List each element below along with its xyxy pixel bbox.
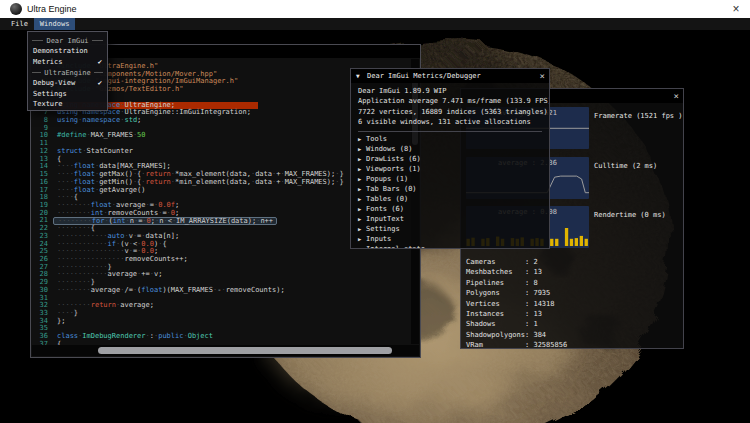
menu-item-texture[interactable]: Texture <box>28 99 107 110</box>
tree-node-label: DrawLists (6) <box>366 155 421 163</box>
metrics-close-icon[interactable]: × <box>540 69 545 83</box>
tree-node-label: Inputs <box>366 235 391 243</box>
tree-arrow-icon: ▶ <box>358 164 366 174</box>
menu-item-label: Debug-View <box>33 79 75 87</box>
stat-label: Polygons <box>466 288 525 298</box>
separator <box>358 131 542 132</box>
stat-vertices: Vertices: 14318 <box>466 299 567 309</box>
menu-item-demonstration[interactable]: Demonstration <box>28 46 107 57</box>
stat-value: : 8 <box>525 279 538 287</box>
tree-arrow-icon: ▶ <box>358 184 366 194</box>
tree-node-label: Viewports (1) <box>366 165 421 173</box>
metrics-tree: ▶Tools▶Windows (8)▶DrawLists (6)▶Viewpor… <box>358 134 549 249</box>
menu-separator: UltraEngine <box>28 67 107 78</box>
tree-node-popups-1-[interactable]: ▶Popups (1) <box>358 174 549 184</box>
tree-node-label: Internal state <box>366 245 425 249</box>
app-logo-icon <box>10 3 22 15</box>
separator-line <box>92 40 103 41</box>
metrics-window-title: Dear ImGui Metrics/Debugger <box>367 69 481 83</box>
tree-arrow-icon: ▶ <box>358 204 366 214</box>
stat-label: VRam <box>466 340 525 350</box>
menu-file[interactable]: File <box>5 18 34 30</box>
tree-node-label: Windows (8) <box>366 145 412 153</box>
stat-label: Pipelines <box>466 278 525 288</box>
plot-label: Culltime (2 ms) <box>594 162 657 170</box>
tree-node-label: Settings <box>366 225 400 233</box>
menu-item-debug-view[interactable]: Debug-View✔ <box>28 78 107 89</box>
stat-value: : 13 <box>525 310 542 318</box>
stat-value: : 32585856 <box>525 341 567 349</box>
checkmark-icon: ✔ <box>98 57 102 68</box>
stat-pipelines: Pipelines: 8 <box>466 278 567 288</box>
app-window: Ultra Engine × FileWindows Dear ImGuiDem… <box>0 0 750 423</box>
debug-view-close-icon[interactable]: × <box>674 89 679 103</box>
tree-node-fonts-6-[interactable]: ▶Fonts (6) <box>358 204 549 214</box>
menu-windows[interactable]: Windows <box>34 18 76 30</box>
tree-node-tables-0-[interactable]: ▶Tables (0) <box>358 194 549 204</box>
metrics-titlebar[interactable]: ▼ Dear ImGui Metrics/Debugger × <box>351 69 549 83</box>
tree-node-label: InputText <box>366 215 404 223</box>
separator-line <box>32 72 41 73</box>
tree-node-tab-bars-0-[interactable]: ▶Tab Bars (0) <box>358 184 549 194</box>
tree-arrow-icon: ▶ <box>358 174 366 184</box>
stat-label: Vertices <box>466 299 525 309</box>
menu-item-label: Texture <box>33 100 63 108</box>
menu-item-settings[interactable]: Settings <box>28 89 107 100</box>
tree-arrow-icon: ▶ <box>358 144 366 154</box>
checkmark-icon: ✔ <box>98 78 102 89</box>
tree-node-tools[interactable]: ▶Tools <box>358 134 549 144</box>
metrics-info-line: 6 visible windows, 131 active allocation… <box>358 117 549 127</box>
stat-value: : 7935 <box>525 289 550 297</box>
menu-item-label: Metrics <box>33 58 63 66</box>
stat-label: Shadows <box>466 319 525 329</box>
tree-node-windows-8-[interactable]: ▶Windows (8) <box>358 144 549 154</box>
metrics-window: ▼ Dear ImGui Metrics/Debugger × Dear ImG… <box>350 68 550 249</box>
metrics-info-line: 7722 vertices, 16889 indices (5363 trian… <box>358 107 549 117</box>
close-window-button[interactable]: × <box>727 0 745 18</box>
render-stats: Cameras: 2Meshbatches: 13Pipelines: 8Pol… <box>466 257 567 351</box>
tree-node-settings[interactable]: ▶Settings <box>358 224 549 234</box>
stat-value: : 2 <box>525 258 538 266</box>
editor-horizontal-scrollbar[interactable] <box>32 345 419 356</box>
tree-node-drawlists-6-[interactable]: ▶DrawLists (6) <box>358 154 549 164</box>
stat-label: Cameras <box>466 257 525 267</box>
os-titlebar[interactable]: Ultra Engine × <box>0 0 750 18</box>
tree-node-inputtext[interactable]: ▶InputText <box>358 214 549 224</box>
tree-arrow-icon: ▶ <box>358 154 366 164</box>
metrics-info-line: Dear ImGui 1.89.9 WIP <box>358 86 549 96</box>
tree-node-internal-state[interactable]: ▶Internal state <box>358 244 549 249</box>
separator-label: Dear ImGui <box>46 37 88 45</box>
horizontal-scrollbar-thumb[interactable] <box>98 347 392 354</box>
windows-menu-dropdown: Dear ImGuiDemonstrationMetrics✔UltraEngi… <box>27 31 108 111</box>
stat-label: Meshbatches <box>466 267 525 277</box>
separator-line <box>94 72 103 73</box>
tree-node-label: Tools <box>366 135 387 143</box>
stat-label: Shadowpolygons <box>466 330 525 340</box>
stat-value: : 13 <box>525 268 542 276</box>
separator-label: UltraEngine <box>44 69 90 77</box>
plot-label: Rendertime (0 ms) <box>594 211 666 219</box>
tree-arrow-icon: ▶ <box>358 244 366 249</box>
code-line: 32········return·average; <box>31 302 413 310</box>
stat-vram: VRam: 32585856 <box>466 340 567 350</box>
stat-meshbatches: Meshbatches: 13 <box>466 267 567 277</box>
tree-node-label: Tab Bars (0) <box>366 185 417 193</box>
tree-arrow-icon: ▶ <box>358 194 366 204</box>
menubar: FileWindows <box>0 18 750 30</box>
metrics-info: Dear ImGui 1.89.9 WIPApplication average… <box>358 86 549 128</box>
stat-shadowpolygons: Shadowpolygons: 384 <box>466 330 567 340</box>
stat-value: : 14318 <box>525 300 555 308</box>
tree-node-inputs[interactable]: ▶Inputs <box>358 234 549 244</box>
stat-polygons: Polygons: 7935 <box>466 288 567 298</box>
tree-node-label: Fonts (6) <box>366 205 404 213</box>
separator-line <box>32 40 43 41</box>
tree-node-viewports-1-[interactable]: ▶Viewports (1) <box>358 164 549 174</box>
code-line: 34}; <box>31 318 413 326</box>
collapse-arrow-icon[interactable]: ▼ <box>356 69 360 83</box>
tree-node-label: Popups (1) <box>366 175 408 183</box>
tree-arrow-icon: ▶ <box>358 134 366 144</box>
menu-item-metrics[interactable]: Metrics✔ <box>28 57 107 68</box>
plot-label: Framerate (1521 fps ) <box>594 112 683 120</box>
stat-shadows: Shadows: 1 <box>466 319 567 329</box>
tree-arrow-icon: ▶ <box>358 214 366 224</box>
